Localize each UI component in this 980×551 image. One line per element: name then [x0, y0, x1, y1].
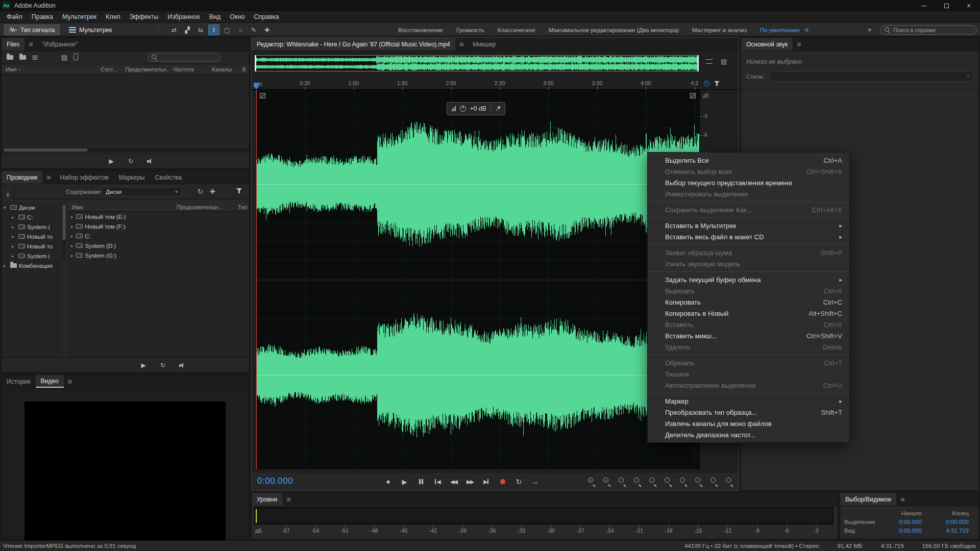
- style-dropdown[interactable]: ▾: [770, 71, 973, 82]
- zoom-selection-button[interactable]: [617, 476, 628, 487]
- help-search-input[interactable]: Поиск в справке: [880, 25, 977, 35]
- workspace-button[interactable]: Максимальное редактирование (Два монитор…: [549, 27, 679, 33]
- time-selection-tool-button[interactable]: Ι: [208, 24, 219, 35]
- zoom-out-time-button[interactable]: [678, 476, 689, 487]
- zoom-full-button[interactable]: [724, 476, 735, 487]
- tab-favorites[interactable]: "Избранное": [37, 38, 83, 51]
- collapse-icon[interactable]: ▾: [4, 205, 8, 210]
- slip-tool-button[interactable]: ⇆: [195, 24, 206, 35]
- files-search-input[interactable]: [148, 53, 220, 62]
- skip-forward-button[interactable]: ▶: [480, 476, 493, 487]
- session-clock-icon[interactable]: [704, 81, 709, 86]
- panel-menu-icon[interactable]: ≡: [42, 173, 55, 182]
- expand-icon[interactable]: ▸: [71, 224, 74, 229]
- tab-selection-view[interactable]: Выбор/Видимое: [840, 493, 896, 506]
- marquee-selection-tool-button[interactable]: ▢: [222, 24, 233, 35]
- gain-knob-icon[interactable]: [460, 106, 466, 112]
- pause-button[interactable]: [414, 476, 427, 487]
- play-button[interactable]: ▶: [398, 476, 411, 487]
- tree-item[interactable]: ▸System (: [2, 251, 63, 261]
- scrollbar-thumb[interactable]: [63, 205, 65, 240]
- preview-loop-button[interactable]: ↻: [158, 360, 168, 370]
- preview-play-button[interactable]: ▶: [138, 360, 149, 370]
- waveform-canvas[interactable]: [256, 90, 699, 469]
- tree-item[interactable]: ▾Диски: [2, 203, 63, 212]
- zoom-presets-icon[interactable]: [706, 59, 713, 64]
- expand-icon[interactable]: ▸: [12, 224, 16, 230]
- zoom-out-button[interactable]: −: [601, 476, 612, 487]
- refresh-icon[interactable]: ↻: [198, 188, 203, 195]
- view-end[interactable]: 4:31.719: [927, 528, 974, 534]
- drive-column-header[interactable]: Тип мед...: [234, 204, 249, 210]
- filter-icon[interactable]: [236, 188, 242, 194]
- workspace-overflow-button[interactable]: »: [868, 26, 871, 33]
- menu-item[interactable]: Файл: [2, 13, 27, 20]
- expand-icon[interactable]: ▸: [12, 254, 16, 259]
- context-menu-item[interactable]: Извлечь каналы для моно файлов: [648, 418, 849, 429]
- expand-icon[interactable]: ▸: [12, 234, 16, 239]
- overview-waveform[interactable]: [255, 56, 698, 71]
- time-shift-tool-button[interactable]: ⇄: [168, 24, 180, 35]
- zoom-out-right-button[interactable]: [647, 476, 658, 487]
- skip-button[interactable]: ↔: [529, 476, 542, 487]
- fast-forward-button[interactable]: ▶▶: [463, 476, 476, 487]
- tab-editor[interactable]: Редактор: Whitesnake - Here I Go Again '…: [252, 38, 455, 51]
- zoom-in-button[interactable]: +: [586, 476, 597, 487]
- selection-end[interactable]: 0:00.000: [927, 519, 974, 525]
- fade-in-handle[interactable]: [260, 93, 265, 98]
- context-menu-item[interactable]: Выделить ВсеCtrl+A: [648, 155, 849, 166]
- maximize-button[interactable]: [935, 0, 958, 11]
- playhead-time-display[interactable]: 0:00.000: [257, 476, 293, 486]
- files-column-header[interactable]: Частота: [169, 66, 208, 72]
- filter-icon[interactable]: [714, 81, 720, 86]
- media-browser-icon[interactable]: ▤: [61, 54, 67, 61]
- fade-out-handle[interactable]: [690, 93, 696, 98]
- workspace-button[interactable]: Классическое: [498, 27, 535, 33]
- save-shortcut-icon[interactable]: ⤓: [7, 190, 10, 197]
- rewind-button[interactable]: ◀◀: [447, 476, 460, 487]
- razor-tool-button[interactable]: ▞: [182, 24, 193, 35]
- lasso-selection-tool-button[interactable]: ○: [235, 24, 246, 35]
- waveform-view-button[interactable]: Тип сигнала: [4, 24, 60, 35]
- paintbrush-selection-tool-button[interactable]: ✎: [248, 24, 259, 35]
- workspace-button[interactable]: По умолчанию: [760, 27, 800, 33]
- panel-list-icon[interactable]: ▤: [721, 58, 727, 65]
- panel-menu-icon[interactable]: ≡: [64, 378, 76, 386]
- new-item-icon[interactable]: ⊞: [32, 54, 38, 61]
- spot-healing-tool-button[interactable]: ✚: [261, 24, 273, 35]
- tab-browser[interactable]: Свойства: [150, 171, 187, 184]
- loop-button[interactable]: ↻: [512, 476, 525, 487]
- files-column-header[interactable]: Имя ↑: [2, 66, 96, 72]
- context-menu-item[interactable]: Копировать в НовыйAlt+Shift+C: [648, 308, 849, 319]
- expand-icon[interactable]: ▸: [71, 243, 74, 248]
- files-column-header[interactable]: Сост...: [96, 66, 121, 72]
- stop-button[interactable]: ■: [382, 476, 395, 487]
- files-column-header[interactable]: Каналы: [208, 66, 238, 72]
- panel-menu-icon[interactable]: ≡: [24, 40, 37, 48]
- workspace-button[interactable]: Восстановление: [398, 27, 443, 33]
- menu-item[interactable]: Окно: [225, 13, 249, 20]
- timeline-ruler[interactable]: чмс 0:301:001:302:002:303:003:304:004:3: [252, 79, 739, 90]
- drive-list-item[interactable]: ▸Новый том (F:): [68, 221, 249, 231]
- zoom-in-left-button[interactable]: [632, 476, 643, 487]
- tree-scrollbar[interactable]: [63, 204, 65, 260]
- tree-item[interactable]: ▸Новый то: [2, 232, 63, 241]
- tree-item[interactable]: ▸C:: [2, 212, 63, 222]
- drive-list-item[interactable]: ▸C:: [68, 231, 249, 241]
- workspace-button[interactable]: Громкость: [456, 27, 484, 33]
- multitrack-view-button[interactable]: Мультитрек: [64, 24, 116, 35]
- tab-video[interactable]: Видео: [36, 375, 64, 388]
- panel-menu-icon[interactable]: ≡: [793, 40, 805, 48]
- waveform-display[interactable]: +0 dB: [256, 90, 699, 469]
- tab-mixer[interactable]: Микшер: [468, 38, 501, 51]
- context-menu-item[interactable]: Выбор текущего представления времени: [648, 177, 849, 188]
- expand-icon[interactable]: ▸: [71, 253, 74, 258]
- panel-menu-icon[interactable]: ≡: [455, 40, 468, 48]
- preview-volume-button[interactable]: [145, 156, 155, 166]
- expand-icon[interactable]: ▸: [71, 214, 74, 219]
- import-file-icon[interactable]: [19, 55, 26, 60]
- context-menu-item[interactable]: Преобразовать тип образца...Shift+T: [648, 407, 849, 418]
- expand-icon[interactable]: ▸: [4, 263, 8, 268]
- preview-loop-button[interactable]: ↻: [126, 156, 136, 166]
- view-start[interactable]: 0:00.000: [880, 528, 927, 534]
